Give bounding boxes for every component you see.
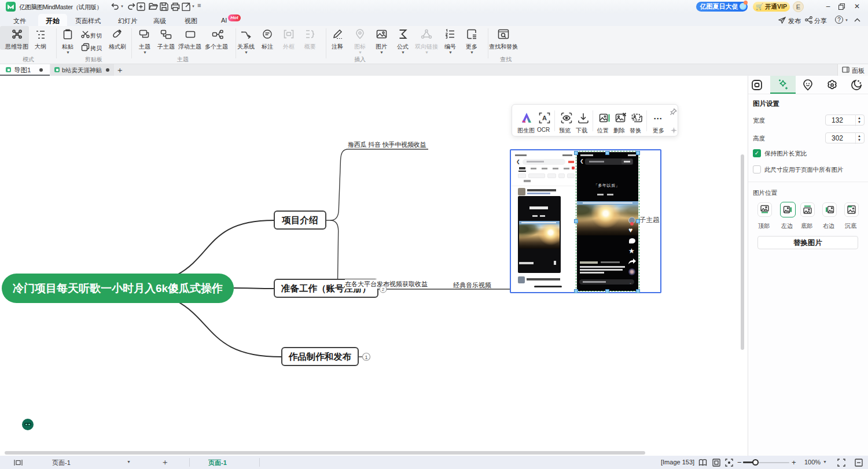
svg-text:A: A bbox=[542, 115, 547, 121]
svg-text:1: 1 bbox=[365, 354, 367, 360]
svg-text:2: 2 bbox=[382, 287, 385, 292]
